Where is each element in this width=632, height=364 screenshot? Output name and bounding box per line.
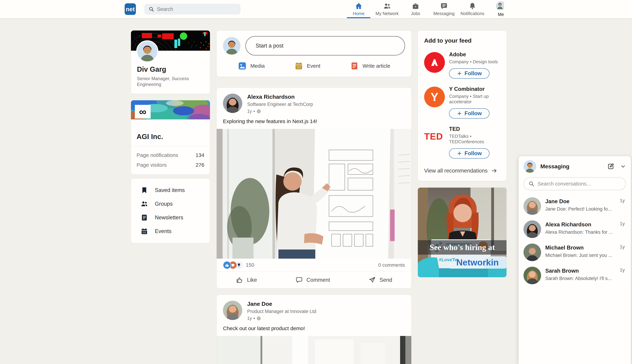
ad-sticker-text: #LoveTw <box>439 257 458 262</box>
like-button[interactable]: Like <box>236 276 257 284</box>
stat-row[interactable]: Page visitors 276 <box>137 160 204 170</box>
follow-label: Follow <box>465 110 482 116</box>
conversation-jane-doe[interactable]: Jane Doe Jane Doe: Perfect! Looking fo..… <box>519 194 631 218</box>
post-author-name[interactable]: Alexa Richardson <box>247 94 313 100</box>
profile-card[interactable]: Div Garg Senior Manager, Success Enginee… <box>131 30 210 94</box>
profile-headline: Senior Manager, Success Engineering <box>137 76 204 87</box>
search-icon <box>528 181 534 187</box>
article-icon <box>350 61 359 70</box>
messaging-panel: Messaging Jane Doe Jane Doe: Perfect! Lo… <box>518 156 631 364</box>
briefcase-icon <box>411 2 419 10</box>
menu-label: Events <box>155 228 171 234</box>
follow-button[interactable]: Follow <box>449 68 489 78</box>
add-to-feed-card: Add to your feed Adobe Company • Design … <box>418 30 507 181</box>
comments-count[interactable]: 0 comments <box>378 262 405 268</box>
groups-icon <box>140 200 148 208</box>
newsletter-icon <box>140 214 148 222</box>
messaging-avatar[interactable] <box>524 160 536 173</box>
reaction-summary[interactable]: 150 <box>223 261 254 269</box>
calendar-icon <box>140 228 148 235</box>
menu-groups[interactable]: Groups <box>131 197 210 211</box>
view-all-recommendations-link[interactable]: View all recommendations <box>424 168 500 174</box>
post-author-headline: Product Manager at Innovate Ltd <box>247 309 316 314</box>
follow-button[interactable]: Follow <box>449 108 489 118</box>
nav-label: Messaging <box>434 11 455 16</box>
follow-label: Follow <box>465 70 482 76</box>
search-input[interactable] <box>157 6 231 12</box>
stat-row[interactable]: Page notifications 134 <box>137 150 204 160</box>
start-post-field[interactable]: Start a post <box>246 36 405 56</box>
follow-button[interactable]: Follow <box>449 148 489 158</box>
app-logo[interactable]: net <box>125 3 136 15</box>
conversation-search-input[interactable] <box>538 181 618 187</box>
feed-rec-ted: TED TED TEDTalks • TEDConferences Follow <box>424 126 500 158</box>
rec-name[interactable]: Adobe <box>449 51 498 58</box>
like-icon <box>236 276 244 284</box>
send-button[interactable]: Send <box>368 276 392 284</box>
ad-image: See who's hiring at #LoveTw Networkin <box>418 188 507 278</box>
like-label: Like <box>247 277 257 283</box>
conversation-name: Michael Brown <box>545 244 612 251</box>
event-label: Event <box>307 63 320 69</box>
nav-notifications[interactable]: Notifications <box>458 0 487 18</box>
messaging-title: Messaging <box>540 163 607 170</box>
follow-label: Follow <box>465 150 482 156</box>
compose-icon[interactable] <box>607 163 614 170</box>
media-icon <box>238 61 247 70</box>
nav-jobs[interactable]: Jobs <box>401 0 430 18</box>
post-image-demo[interactable] <box>217 336 411 364</box>
post-image-whiteboard[interactable] <box>217 129 411 258</box>
conversation-name: Jane Doe <box>545 198 612 204</box>
adobe-logo[interactable] <box>424 52 445 73</box>
media-button[interactable]: Media <box>238 61 265 70</box>
nav-home[interactable]: Home <box>344 0 373 18</box>
hiring-ad[interactable]: See who's hiring at #LoveTw Networkin <box>418 188 507 278</box>
like-reaction-icon <box>223 261 231 269</box>
post-author-avatar[interactable] <box>223 301 242 320</box>
event-icon <box>294 61 303 70</box>
company-name[interactable]: AGI Inc. <box>137 133 210 140</box>
ycombinator-logo[interactable]: Y <box>424 86 445 107</box>
nav-messaging[interactable]: Messaging <box>430 0 458 18</box>
menu-newsletters[interactable]: Newsletters <box>131 211 210 224</box>
post-author-name[interactable]: Jane Doe <box>247 301 316 307</box>
menu-events[interactable]: Events <box>131 224 210 238</box>
home-icon <box>355 2 363 10</box>
conversation-preview: Michael Brown: Just sent you ... <box>545 253 612 258</box>
conversation-alexa-richardson[interactable]: Alexa Richardson Alexa Richardson: Thank… <box>519 218 631 241</box>
me-avatar <box>496 1 506 11</box>
post-text: Exploring the new features in Next.js 14… <box>217 114 411 129</box>
rec-meta: TEDTalks • TEDConferences <box>449 134 500 144</box>
comment-button[interactable]: Comment <box>295 276 330 284</box>
rec-name[interactable]: Y Combinator <box>449 86 500 92</box>
conversation-search[interactable] <box>524 177 626 190</box>
ted-logo[interactable]: TED <box>424 131 445 158</box>
company-card[interactable]: ∞ AGI Inc. Page notifications 134 Page v… <box>131 100 210 175</box>
menu-saved-items[interactable]: Saved items <box>131 184 210 197</box>
conversation-michael-brown[interactable]: Michael Brown Michael Brown: Just sent y… <box>519 241 631 264</box>
post-author-avatar[interactable] <box>223 94 242 113</box>
global-search[interactable] <box>144 4 241 14</box>
rec-name[interactable]: TED <box>449 126 500 132</box>
write-article-button[interactable]: Write article <box>350 61 390 70</box>
nav-label: Home <box>353 11 365 16</box>
composer-avatar[interactable] <box>223 37 241 54</box>
chevron-down-icon[interactable] <box>620 164 626 169</box>
nav-label: Jobs <box>411 11 420 16</box>
event-button[interactable]: Event <box>294 61 320 70</box>
ad-heading-text: See who's hiring at <box>430 243 495 252</box>
conversation-sarah-brown[interactable]: Sarah Brown Sarah Brown: Absolutely! I'l… <box>519 264 631 287</box>
nav-me[interactable]: Me <box>487 0 515 18</box>
send-icon <box>368 276 376 284</box>
primary-nav: Home My Network Jobs Messaging Notificat… <box>344 0 515 18</box>
conversation-list: Jane Doe Jane Doe: Perfect! Looking fo..… <box>519 194 631 287</box>
stat-label: Page visitors <box>137 162 167 168</box>
feed-rec-adobe: Adobe Company • Design tools Follow <box>424 51 500 78</box>
nav-my-network[interactable]: My Network <box>373 0 401 18</box>
media-label: Media <box>250 63 265 69</box>
conversation-time: 1y <box>620 268 625 273</box>
profile-avatar[interactable] <box>136 40 158 62</box>
profile-name[interactable]: Div Garg <box>137 66 210 73</box>
send-label: Send <box>379 277 392 283</box>
chat-icon <box>440 2 448 10</box>
